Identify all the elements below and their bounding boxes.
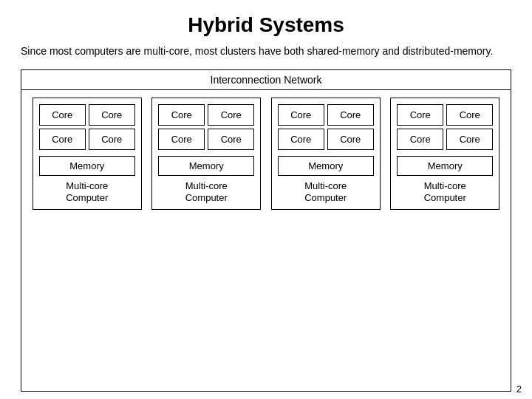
core-4-1: Core bbox=[397, 104, 443, 126]
memory-2: Memory bbox=[158, 156, 254, 176]
cores-grid-2: Core Core Core Core bbox=[158, 104, 254, 150]
core-3-4: Core bbox=[327, 129, 374, 150]
computer-label-2: Multi-coreComputer bbox=[185, 180, 228, 205]
core-1-1: Core bbox=[39, 104, 86, 126]
core-4-2: Core bbox=[446, 104, 493, 126]
subtitle-text: Since most computers are multi-core, mos… bbox=[21, 44, 511, 59]
computer-1: Core Core Core Core Memory Multi-coreCom… bbox=[33, 98, 142, 211]
cores-grid-4: Core Core Core Core bbox=[397, 104, 493, 150]
core-4-3: Core bbox=[397, 129, 443, 150]
memory-3: Memory bbox=[278, 156, 374, 176]
diagram-container: Interconnection Network Core Core Core C… bbox=[21, 69, 511, 392]
cores-grid-3: Core Core Core Core bbox=[278, 104, 374, 150]
memory-1: Memory bbox=[39, 156, 135, 176]
core-3-3: Core bbox=[278, 129, 324, 150]
core-2-1: Core bbox=[158, 104, 205, 126]
network-label: Interconnection Network bbox=[21, 70, 511, 90]
core-4-4: Core bbox=[446, 129, 493, 150]
core-2-3: Core bbox=[158, 129, 205, 150]
memory-4: Memory bbox=[397, 156, 493, 176]
computer-3: Core Core Core Core Memory Multi-coreCom… bbox=[271, 98, 381, 211]
computer-2: Core Core Core Core Memory Multi-coreCom… bbox=[151, 98, 261, 211]
core-2-2: Core bbox=[208, 104, 254, 126]
core-1-3: Core bbox=[39, 129, 86, 150]
computer-label-4: Multi-coreComputer bbox=[424, 180, 466, 205]
computer-label-1: Multi-coreComputer bbox=[66, 180, 108, 205]
core-2-4: Core bbox=[208, 129, 254, 150]
core-1-2: Core bbox=[89, 104, 135, 126]
core-1-4: Core bbox=[89, 129, 135, 150]
page: Hybrid Systems Since most computers are … bbox=[0, 0, 532, 399]
computer-label-3: Multi-coreComputer bbox=[304, 180, 347, 205]
cores-grid-1: Core Core Core Core bbox=[39, 104, 135, 150]
page-title: Hybrid Systems bbox=[21, 13, 511, 37]
computer-4: Core Core Core Core Memory Multi-coreCom… bbox=[390, 98, 499, 211]
computers-section: Core Core Core Core Memory Multi-coreCom… bbox=[21, 90, 511, 216]
core-3-2: Core bbox=[327, 104, 374, 126]
core-3-1: Core bbox=[278, 104, 324, 126]
page-number: 2 bbox=[516, 383, 522, 395]
